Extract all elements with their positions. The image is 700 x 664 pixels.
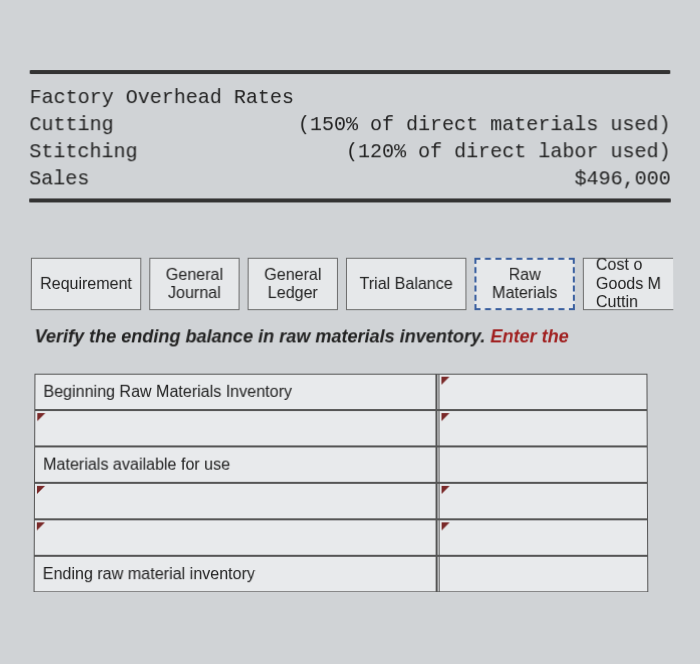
divider-bottom bbox=[29, 198, 671, 202]
tab-general-ledger[interactable]: General Ledger bbox=[248, 258, 338, 310]
tab-label: Materials bbox=[492, 284, 557, 303]
tab-label: Requirement bbox=[40, 275, 132, 294]
tab-label: Cuttin bbox=[596, 293, 661, 312]
overhead-label: Sales bbox=[29, 165, 89, 192]
overhead-title: Factory Overhead Rates bbox=[30, 84, 294, 111]
divider-top bbox=[30, 70, 671, 74]
input-cell[interactable] bbox=[34, 410, 436, 446]
tab-label: General bbox=[166, 265, 223, 284]
overhead-label: Cutting bbox=[29, 111, 113, 138]
overhead-value: (120% of direct labor used) bbox=[346, 138, 671, 165]
tab-label: General bbox=[264, 265, 321, 284]
amount-cell[interactable] bbox=[436, 410, 647, 446]
tab-trial-balance[interactable]: Trial Balance bbox=[346, 258, 466, 310]
tab-bar: Requirement General Journal General Ledg… bbox=[29, 258, 700, 310]
overhead-value: $496,000 bbox=[574, 165, 670, 192]
overhead-value: (150% of direct materials used) bbox=[298, 111, 671, 138]
overhead-row-cutting: Cutting (150% of direct materials used) bbox=[29, 111, 670, 138]
tab-cost-of-goods[interactable]: Cost o Goods M Cuttin bbox=[583, 258, 674, 310]
table-row: Ending raw material inventory bbox=[34, 556, 659, 593]
worksheet-table: Beginning Raw Materials Inventory Materi… bbox=[34, 374, 659, 593]
instruction-enter: Enter the bbox=[490, 326, 568, 346]
overhead-title-row: Factory Overhead Rates bbox=[30, 84, 671, 111]
overhead-row-stitching: Stitching (120% of direct labor used) bbox=[29, 138, 670, 165]
amount-cell[interactable] bbox=[437, 483, 648, 519]
tab-general-journal[interactable]: General Journal bbox=[149, 258, 239, 310]
row-label-beginning: Beginning Raw Materials Inventory bbox=[34, 374, 436, 410]
tab-label: Journal bbox=[166, 284, 223, 303]
amount-cell[interactable] bbox=[436, 374, 647, 410]
tab-requirement[interactable]: Requirement bbox=[31, 258, 142, 310]
table-row bbox=[34, 519, 659, 555]
tab-raw-materials[interactable]: Raw Materials bbox=[474, 258, 574, 310]
overhead-row-sales: Sales $496,000 bbox=[29, 165, 671, 192]
row-label-ending: Ending raw material inventory bbox=[34, 556, 437, 593]
tab-label: Cost o bbox=[596, 256, 661, 275]
table-row: Materials available for use bbox=[34, 446, 658, 482]
row-label-available: Materials available for use bbox=[34, 446, 437, 482]
amount-cell[interactable] bbox=[437, 519, 649, 555]
table-row bbox=[34, 410, 658, 446]
tab-label: Trial Balance bbox=[360, 275, 453, 294]
overhead-label: Stitching bbox=[29, 138, 137, 165]
table-row: Beginning Raw Materials Inventory bbox=[34, 374, 657, 410]
overhead-block: Factory Overhead Rates Cutting (150% of … bbox=[29, 84, 671, 192]
tab-label: Goods M bbox=[596, 275, 661, 294]
instruction-text: Verify the ending balance in raw materia… bbox=[35, 326, 700, 347]
table-row bbox=[34, 483, 658, 519]
amount-cell[interactable] bbox=[437, 556, 649, 593]
input-cell[interactable] bbox=[34, 519, 437, 555]
instruction-lead: Verify the ending balance in raw materia… bbox=[35, 326, 491, 346]
tab-label: Ledger bbox=[264, 284, 321, 303]
tab-label: Raw bbox=[492, 265, 557, 284]
amount-cell[interactable] bbox=[437, 446, 648, 482]
input-cell[interactable] bbox=[34, 483, 437, 519]
